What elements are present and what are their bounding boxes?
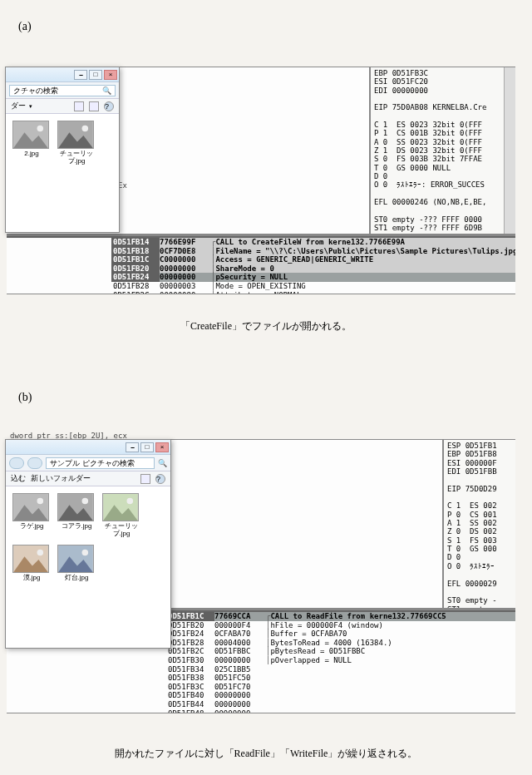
file-thumbnail[interactable]: 漠.jpg	[12, 545, 51, 582]
stack-value: C0000000	[160, 255, 211, 264]
file-thumbnail[interactable]: 灯台.jpg	[57, 545, 96, 582]
back-button[interactable]	[9, 457, 24, 469]
scrollbar-a[interactable]	[504, 67, 515, 234]
stack-addr: 0D51FB28	[166, 639, 214, 648]
stack-annotation	[266, 691, 515, 700]
stack-value: 0CF7D0E8	[160, 247, 211, 256]
toolbar-organize[interactable]: ダー	[11, 101, 32, 111]
stack-addr: 0D51FB38	[166, 674, 214, 683]
stack-annotation	[266, 700, 515, 709]
forward-button[interactable]	[27, 457, 42, 469]
stack-row[interactable]: 0D51FB4800000000	[166, 709, 515, 713]
navbar-a: クチャの検索 🔍	[6, 82, 119, 99]
stack-value: 00000080	[160, 291, 211, 294]
minimize-button[interactable]: ‒	[74, 70, 87, 80]
toolbar-include[interactable]: 込む	[11, 473, 26, 484]
help-icon[interactable]: ?	[155, 474, 165, 484]
stack-addr: 0D51FB24	[166, 629, 214, 639]
stack-addr: 0D51FB2C	[111, 291, 160, 294]
maximize-button[interactable]: □	[140, 442, 154, 452]
stack-annotation: Attributes = NORMAL	[215, 291, 515, 294]
stack-row[interactable]: 0D51FB2800000003│Mode = OPEN_EXISTING	[111, 282, 515, 291]
stack-row[interactable]: 0D51FB4000000000	[166, 691, 515, 700]
stack-row[interactable]: 0D51FB147766E99F┌CALL to CreateFileW fro…	[111, 238, 515, 247]
stack-addr: 0D51FB44	[166, 700, 214, 709]
registers-pane-a: EBP 0D51FB3C ESI 0D51FC20 EDI 00000000 E…	[369, 67, 504, 234]
stack-annotation	[266, 674, 515, 683]
stack-row[interactable]: 0D51FB34025C1BB5	[166, 665, 515, 674]
search-icon[interactable]: 🔍	[158, 459, 167, 467]
stack-row[interactable]: 0D51FB240CFABA70│Buffer = 0CFABA70	[166, 629, 515, 639]
search-placeholder: クチャの検索	[13, 86, 58, 96]
titlebar-b[interactable]: ‒ □ ×	[6, 440, 170, 455]
file-thumbnail[interactable]: 2.jpg	[12, 121, 51, 165]
stack-addr: 0D51FB48	[166, 709, 214, 713]
thumbs-a: 2.jpgチューリップ.jpg	[6, 114, 119, 172]
figure-a: 911.RtlInitUnicodeStringEx EBP 0D51FB3C …	[7, 67, 515, 295]
stack-addr: 0D51FB1C	[111, 255, 160, 264]
stack-addr: 0D51FB20	[111, 264, 160, 274]
close-button[interactable]: ×	[104, 70, 117, 80]
thumbnail-label: ラゲ.jpg	[12, 523, 51, 531]
thumbnail-image	[12, 545, 49, 573]
stack-row[interactable]: 0D51FB2000000000│ShareMode = 0	[111, 264, 515, 274]
stack-value: 0D51FBBC	[214, 647, 266, 656]
stack-addr: 0D51FB24	[111, 273, 160, 282]
stack-value: 00000000	[214, 691, 266, 700]
explorer-window-a[interactable]: ‒ □ × クチャの検索 🔍 ダー ? 2.jpgチューリップ.jpg	[5, 67, 120, 233]
stack-row[interactable]: 0D51FB2800004000│BytesToRead = 4000 (163…	[166, 639, 515, 648]
search-box-a[interactable]: クチャの検索 🔍	[9, 85, 116, 96]
caption-a: 「CreateFile」でファイルが開かれる。	[0, 319, 532, 333]
file-thumbnail[interactable]: ラゲ.jpg	[12, 493, 51, 538]
minimize-button[interactable]: ‒	[126, 442, 139, 452]
file-thumbnail[interactable]: チューリップ.jpg	[102, 493, 140, 538]
svg-point-14	[127, 498, 134, 505]
stack-value: 77669CCA	[214, 612, 266, 621]
thumbnail-label: チューリップ.jpg	[102, 523, 140, 538]
explorer-window-b[interactable]: ‒ □ × サンプル ピクチャの検索 🔍 込む 新しいフォルダー ? ラゲ.jp…	[5, 439, 171, 649]
stack-row[interactable]: 0D51FB3000000000│pOverlapped = NULL	[166, 656, 515, 665]
stack-row[interactable]: 0D51FB380D51FC50	[166, 674, 515, 683]
stack-addr: 0D51FB40	[166, 691, 214, 700]
caption-b: 開かれたファイルに対し「ReadFile」「WriteFile」が繰り返される。	[0, 747, 532, 761]
thumbnail-label: チューリップ.jpg	[57, 151, 96, 165]
stack-row[interactable]: 0D51FB1CC0000000│Access = GENERIC_READ|G…	[111, 255, 515, 264]
thumbnail-image	[102, 493, 139, 521]
stack-value: 00000003	[160, 282, 211, 291]
stack-row[interactable]: 0D51FB3C0D51FC70	[166, 683, 515, 692]
stack-value: 7766E99F	[160, 238, 211, 247]
stack-row[interactable]: 0D51FB2C00000080│Attributes = NORMAL	[111, 291, 515, 294]
stack-row[interactable]: 0D51FB2C0D51FBBC│pBytesRead = 0D51FBBC	[166, 647, 515, 656]
navbar-b: サンプル ピクチャの検索 🔍	[6, 455, 170, 471]
stack-row[interactable]: 0D51FB180CF7D0E8│FileName = "\\?\C:\User…	[111, 247, 515, 256]
stack-addr: 0D51FB14	[111, 238, 160, 247]
toolbar-a: ダー ?	[6, 99, 119, 114]
stack-addr: 0D51FB18	[111, 247, 160, 256]
titlebar-a[interactable]: ‒ □ ×	[6, 67, 119, 82]
svg-point-20	[82, 549, 89, 555]
stack-value: 00000000	[160, 264, 211, 274]
file-thumbnail[interactable]: コアラ.jpg	[57, 493, 96, 538]
stack-annotation: Mode = OPEN_EXISTING	[215, 282, 515, 291]
thumbnail-image	[57, 121, 94, 149]
thumbs-b: ラゲ.jpgコアラ.jpgチューリップ.jpg漠.jpg灯台.jpg	[6, 486, 170, 588]
view-icon[interactable]	[140, 474, 150, 484]
stack-annotation: Access = GENERIC_READ|GENERIC_WRITE	[215, 255, 515, 264]
address-bar-b[interactable]: サンプル ピクチャの検索	[46, 457, 155, 469]
stack-value: 025C1BB5	[214, 665, 266, 674]
stack-annotation: BytesToRead = 4000 (16384.)	[270, 639, 515, 648]
file-thumbnail[interactable]: チューリップ.jpg	[57, 121, 96, 165]
view-icon-2[interactable]	[89, 101, 99, 111]
stack-row[interactable]: 0D51FB2400000000│pSecurity = NULL	[111, 273, 515, 282]
toolbar-newfolder[interactable]: 新しいフォルダー	[31, 473, 91, 484]
help-icon[interactable]: ?	[104, 101, 114, 111]
stack-annotation: ShareMode = 0	[215, 264, 515, 274]
close-button[interactable]: ×	[155, 442, 169, 452]
stack-addr: 0D51FB2C	[166, 647, 214, 656]
thumbnail-label: 2.jpg	[12, 151, 51, 158]
stack-row[interactable]: 0D51FB20000000F4│hFile = 000000F4 (windo…	[166, 621, 515, 630]
maximize-button[interactable]: □	[89, 70, 102, 80]
view-icon[interactable]	[74, 101, 84, 111]
stack-row[interactable]: 0D51FB4400000000	[166, 700, 515, 709]
stack-row[interactable]: 0D51FB1C77669CCA┌CALL to ReadFile from k…	[166, 612, 515, 621]
